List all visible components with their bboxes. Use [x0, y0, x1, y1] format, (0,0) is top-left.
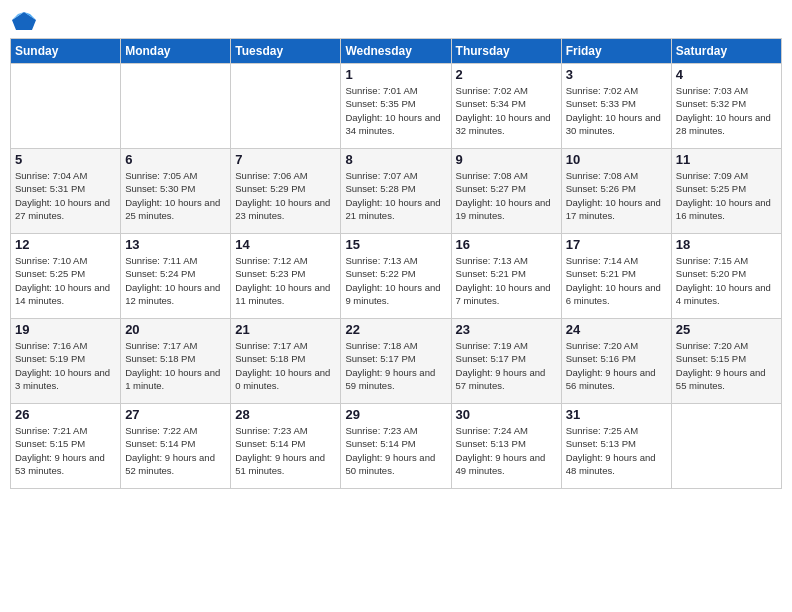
day-info: Sunrise: 7:22 AM Sunset: 5:14 PM Dayligh… — [125, 424, 226, 477]
day-number: 12 — [15, 237, 116, 252]
calendar-cell: 21Sunrise: 7:17 AM Sunset: 5:18 PM Dayli… — [231, 319, 341, 404]
day-number: 23 — [456, 322, 557, 337]
calendar-cell: 25Sunrise: 7:20 AM Sunset: 5:15 PM Dayli… — [671, 319, 781, 404]
calendar-cell: 11Sunrise: 7:09 AM Sunset: 5:25 PM Dayli… — [671, 149, 781, 234]
day-info: Sunrise: 7:23 AM Sunset: 5:14 PM Dayligh… — [235, 424, 336, 477]
day-info: Sunrise: 7:20 AM Sunset: 5:16 PM Dayligh… — [566, 339, 667, 392]
day-info: Sunrise: 7:09 AM Sunset: 5:25 PM Dayligh… — [676, 169, 777, 222]
day-info: Sunrise: 7:11 AM Sunset: 5:24 PM Dayligh… — [125, 254, 226, 307]
day-number: 4 — [676, 67, 777, 82]
calendar-cell — [121, 64, 231, 149]
svg-marker-0 — [12, 12, 36, 30]
calendar-cell: 4Sunrise: 7:03 AM Sunset: 5:32 PM Daylig… — [671, 64, 781, 149]
day-info: Sunrise: 7:08 AM Sunset: 5:26 PM Dayligh… — [566, 169, 667, 222]
day-info: Sunrise: 7:19 AM Sunset: 5:17 PM Dayligh… — [456, 339, 557, 392]
day-number: 21 — [235, 322, 336, 337]
calendar-cell: 15Sunrise: 7:13 AM Sunset: 5:22 PM Dayli… — [341, 234, 451, 319]
calendar-cell: 9Sunrise: 7:08 AM Sunset: 5:27 PM Daylig… — [451, 149, 561, 234]
calendar-cell: 27Sunrise: 7:22 AM Sunset: 5:14 PM Dayli… — [121, 404, 231, 489]
day-info: Sunrise: 7:16 AM Sunset: 5:19 PM Dayligh… — [15, 339, 116, 392]
calendar-cell: 24Sunrise: 7:20 AM Sunset: 5:16 PM Dayli… — [561, 319, 671, 404]
day-number: 14 — [235, 237, 336, 252]
day-info: Sunrise: 7:21 AM Sunset: 5:15 PM Dayligh… — [15, 424, 116, 477]
day-info: Sunrise: 7:05 AM Sunset: 5:30 PM Dayligh… — [125, 169, 226, 222]
day-info: Sunrise: 7:17 AM Sunset: 5:18 PM Dayligh… — [125, 339, 226, 392]
calendar-week-row: 1Sunrise: 7:01 AM Sunset: 5:35 PM Daylig… — [11, 64, 782, 149]
calendar: SundayMondayTuesdayWednesdayThursdayFrid… — [10, 38, 782, 489]
day-number: 19 — [15, 322, 116, 337]
day-number: 22 — [345, 322, 446, 337]
calendar-cell: 22Sunrise: 7:18 AM Sunset: 5:17 PM Dayli… — [341, 319, 451, 404]
calendar-cell: 2Sunrise: 7:02 AM Sunset: 5:34 PM Daylig… — [451, 64, 561, 149]
calendar-cell — [671, 404, 781, 489]
day-number: 8 — [345, 152, 446, 167]
day-info: Sunrise: 7:10 AM Sunset: 5:25 PM Dayligh… — [15, 254, 116, 307]
day-number: 2 — [456, 67, 557, 82]
calendar-cell: 20Sunrise: 7:17 AM Sunset: 5:18 PM Dayli… — [121, 319, 231, 404]
day-info: Sunrise: 7:20 AM Sunset: 5:15 PM Dayligh… — [676, 339, 777, 392]
calendar-cell: 18Sunrise: 7:15 AM Sunset: 5:20 PM Dayli… — [671, 234, 781, 319]
calendar-cell: 28Sunrise: 7:23 AM Sunset: 5:14 PM Dayli… — [231, 404, 341, 489]
day-number: 20 — [125, 322, 226, 337]
calendar-header-monday: Monday — [121, 39, 231, 64]
day-info: Sunrise: 7:23 AM Sunset: 5:14 PM Dayligh… — [345, 424, 446, 477]
day-info: Sunrise: 7:24 AM Sunset: 5:13 PM Dayligh… — [456, 424, 557, 477]
day-info: Sunrise: 7:18 AM Sunset: 5:17 PM Dayligh… — [345, 339, 446, 392]
day-number: 7 — [235, 152, 336, 167]
day-number: 3 — [566, 67, 667, 82]
calendar-header-row: SundayMondayTuesdayWednesdayThursdayFrid… — [11, 39, 782, 64]
day-info: Sunrise: 7:13 AM Sunset: 5:21 PM Dayligh… — [456, 254, 557, 307]
day-number: 9 — [456, 152, 557, 167]
day-info: Sunrise: 7:07 AM Sunset: 5:28 PM Dayligh… — [345, 169, 446, 222]
calendar-header-friday: Friday — [561, 39, 671, 64]
calendar-cell: 6Sunrise: 7:05 AM Sunset: 5:30 PM Daylig… — [121, 149, 231, 234]
logo — [10, 10, 42, 32]
day-info: Sunrise: 7:02 AM Sunset: 5:34 PM Dayligh… — [456, 84, 557, 137]
calendar-week-row: 5Sunrise: 7:04 AM Sunset: 5:31 PM Daylig… — [11, 149, 782, 234]
calendar-cell: 23Sunrise: 7:19 AM Sunset: 5:17 PM Dayli… — [451, 319, 561, 404]
calendar-week-row: 12Sunrise: 7:10 AM Sunset: 5:25 PM Dayli… — [11, 234, 782, 319]
day-number: 30 — [456, 407, 557, 422]
calendar-cell — [231, 64, 341, 149]
day-number: 10 — [566, 152, 667, 167]
day-info: Sunrise: 7:02 AM Sunset: 5:33 PM Dayligh… — [566, 84, 667, 137]
day-info: Sunrise: 7:03 AM Sunset: 5:32 PM Dayligh… — [676, 84, 777, 137]
calendar-cell: 26Sunrise: 7:21 AM Sunset: 5:15 PM Dayli… — [11, 404, 121, 489]
day-number: 13 — [125, 237, 226, 252]
calendar-week-row: 19Sunrise: 7:16 AM Sunset: 5:19 PM Dayli… — [11, 319, 782, 404]
calendar-cell: 13Sunrise: 7:11 AM Sunset: 5:24 PM Dayli… — [121, 234, 231, 319]
day-number: 18 — [676, 237, 777, 252]
calendar-week-row: 26Sunrise: 7:21 AM Sunset: 5:15 PM Dayli… — [11, 404, 782, 489]
calendar-cell: 10Sunrise: 7:08 AM Sunset: 5:26 PM Dayli… — [561, 149, 671, 234]
calendar-cell: 5Sunrise: 7:04 AM Sunset: 5:31 PM Daylig… — [11, 149, 121, 234]
day-info: Sunrise: 7:01 AM Sunset: 5:35 PM Dayligh… — [345, 84, 446, 137]
calendar-cell — [11, 64, 121, 149]
calendar-cell: 12Sunrise: 7:10 AM Sunset: 5:25 PM Dayli… — [11, 234, 121, 319]
calendar-cell: 8Sunrise: 7:07 AM Sunset: 5:28 PM Daylig… — [341, 149, 451, 234]
calendar-cell: 17Sunrise: 7:14 AM Sunset: 5:21 PM Dayli… — [561, 234, 671, 319]
calendar-header-sunday: Sunday — [11, 39, 121, 64]
day-info: Sunrise: 7:12 AM Sunset: 5:23 PM Dayligh… — [235, 254, 336, 307]
day-number: 27 — [125, 407, 226, 422]
day-info: Sunrise: 7:06 AM Sunset: 5:29 PM Dayligh… — [235, 169, 336, 222]
calendar-header-wednesday: Wednesday — [341, 39, 451, 64]
day-number: 15 — [345, 237, 446, 252]
logo-icon — [10, 10, 38, 32]
day-number: 24 — [566, 322, 667, 337]
day-info: Sunrise: 7:25 AM Sunset: 5:13 PM Dayligh… — [566, 424, 667, 477]
day-info: Sunrise: 7:17 AM Sunset: 5:18 PM Dayligh… — [235, 339, 336, 392]
calendar-cell: 7Sunrise: 7:06 AM Sunset: 5:29 PM Daylig… — [231, 149, 341, 234]
calendar-header-tuesday: Tuesday — [231, 39, 341, 64]
calendar-cell: 30Sunrise: 7:24 AM Sunset: 5:13 PM Dayli… — [451, 404, 561, 489]
calendar-cell: 19Sunrise: 7:16 AM Sunset: 5:19 PM Dayli… — [11, 319, 121, 404]
day-info: Sunrise: 7:08 AM Sunset: 5:27 PM Dayligh… — [456, 169, 557, 222]
calendar-cell: 14Sunrise: 7:12 AM Sunset: 5:23 PM Dayli… — [231, 234, 341, 319]
day-number: 11 — [676, 152, 777, 167]
day-number: 29 — [345, 407, 446, 422]
calendar-cell: 16Sunrise: 7:13 AM Sunset: 5:21 PM Dayli… — [451, 234, 561, 319]
calendar-cell: 29Sunrise: 7:23 AM Sunset: 5:14 PM Dayli… — [341, 404, 451, 489]
day-number: 6 — [125, 152, 226, 167]
day-number: 28 — [235, 407, 336, 422]
day-number: 17 — [566, 237, 667, 252]
day-number: 25 — [676, 322, 777, 337]
